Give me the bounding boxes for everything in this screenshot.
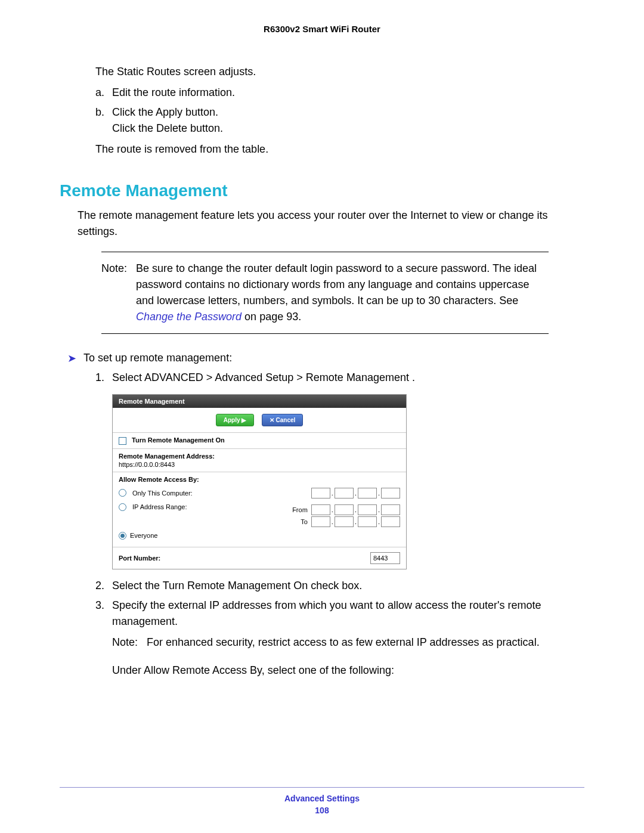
panel-section-port: Port Number: 8443: [113, 547, 406, 569]
ip-range-label: IP Address Range:: [130, 503, 222, 510]
numbered-list-cont: 2. Select the Turn Remote Management On …: [95, 578, 584, 630]
panel-section-address: Remote Management Address: https://0.0.0…: [113, 449, 406, 472]
address-label: Remote Management Address:: [119, 453, 400, 460]
ip-input[interactable]: [335, 488, 354, 498]
list-marker-b: b.: [95, 104, 112, 137]
arrow-icon: ➤: [60, 352, 83, 365]
body-line: The route is removed from the table.: [95, 141, 584, 157]
ip-input[interactable]: [311, 488, 330, 498]
list-marker-1: 1.: [95, 370, 112, 386]
panel-section-access: Allow Remote Access By: Only This Comput…: [113, 472, 406, 547]
ip-input[interactable]: [381, 488, 400, 498]
step-2-text: Select the Turn Remote Management On che…: [112, 578, 362, 594]
footer-page-number: 108: [60, 806, 584, 815]
apply-button[interactable]: Apply ▶: [216, 414, 255, 426]
ip-input[interactable]: [381, 504, 400, 515]
footer-divider: [60, 787, 584, 788]
list-marker-3: 3.: [95, 597, 112, 630]
body-line: The Static Routes screen adjusts.: [95, 64, 584, 80]
address-value: https://0.0.0.0:8443: [119, 461, 400, 468]
ip-input[interactable]: [335, 516, 354, 527]
task-heading: ➤ To set up remote management:: [60, 352, 584, 365]
under-text: Under Allow Remote Access By, select one…: [112, 662, 584, 679]
list-text-a: Edit the route information.: [112, 85, 235, 101]
panel-section-toggle: Turn Remote Management On: [113, 433, 406, 449]
router-panel: Remote Management Apply ▶ ✕ Cancel Turn …: [112, 394, 407, 569]
list-text-b2: Click the Delete button.: [112, 120, 223, 137]
panel-titlebar: Remote Management: [113, 395, 406, 408]
panel-button-row: Apply ▶ ✕ Cancel: [113, 408, 406, 433]
list-marker-2: 2.: [95, 578, 112, 594]
footer-section: Advanced Settings: [60, 794, 584, 803]
radio-only-this[interactable]: [119, 489, 126, 497]
note-label: Note:: [101, 261, 136, 325]
to-label: To: [290, 518, 308, 525]
ip-input[interactable]: [358, 488, 377, 498]
note-body: Be sure to change the router default log…: [136, 261, 549, 325]
allow-label: Allow Remote Access By:: [119, 476, 400, 483]
turn-on-label: Turn Remote Management On: [132, 436, 225, 444]
ip-input[interactable]: [381, 516, 400, 527]
section-heading: Remote Management: [60, 181, 584, 200]
cancel-button[interactable]: ✕ Cancel: [262, 414, 304, 426]
everyone-label: Everyone: [130, 532, 157, 539]
port-label: Port Number:: [119, 555, 160, 562]
ip-input[interactable]: [335, 504, 354, 515]
lettered-list: a. Edit the route information. b. Click …: [95, 85, 584, 137]
numbered-list: 1. Select ADVANCED > Advanced Setup > Re…: [95, 370, 584, 386]
from-label: From: [290, 506, 308, 513]
radio-ip-range[interactable]: [119, 503, 126, 511]
radio-everyone[interactable]: [119, 532, 126, 540]
port-input[interactable]: 8443: [370, 552, 400, 564]
turn-on-checkbox[interactable]: [119, 437, 126, 445]
step-3-text: Specify the external IP addresses from w…: [112, 597, 584, 630]
list-marker-a: a.: [95, 85, 112, 101]
link-change-password[interactable]: Change the Password: [136, 311, 242, 323]
note-block: Note: Be sure to change the router defau…: [101, 252, 549, 334]
inline-note: Note: For enhanced security, restrict ac…: [112, 634, 584, 651]
ip-input[interactable]: [311, 504, 330, 515]
note-body: For enhanced security, restrict access t…: [147, 634, 540, 651]
ip-input[interactable]: [358, 516, 377, 527]
list-text-b1: Click the Apply button.: [112, 104, 223, 120]
only-this-label: Only This Computer:: [130, 490, 222, 497]
step-1-text: Select ADVANCED > Advanced Setup > Remot…: [112, 370, 415, 386]
ip-input[interactable]: [311, 516, 330, 527]
ip-input[interactable]: [358, 504, 377, 515]
task-title: To set up remote management:: [83, 352, 232, 364]
doc-header: R6300v2 Smart WiFi Router: [60, 24, 584, 34]
note-label: Note:: [112, 634, 147, 651]
section-intro: The remote management feature lets you a…: [78, 208, 584, 240]
